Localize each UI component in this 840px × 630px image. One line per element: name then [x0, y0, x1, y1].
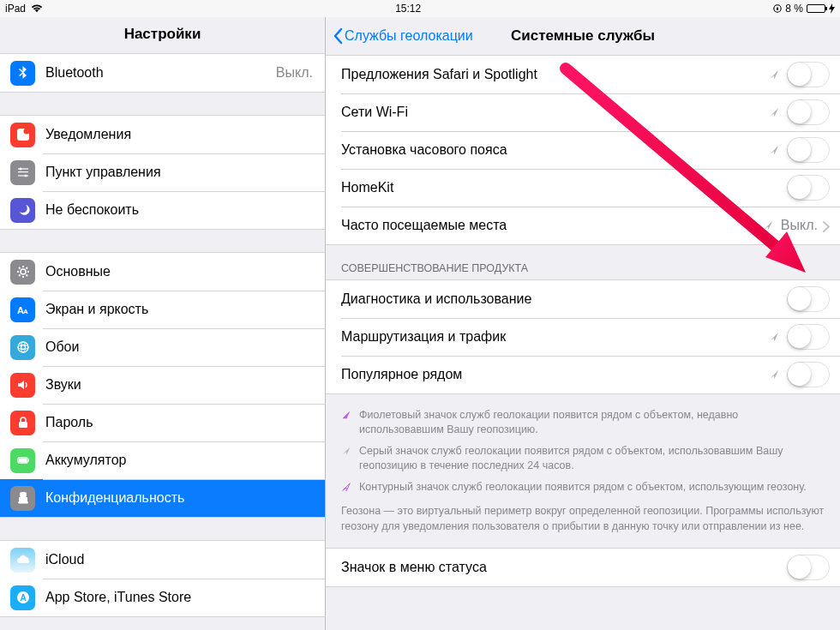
icloud-icon [10, 548, 35, 573]
sidebar-item-bluetooth[interactable]: Bluetooth Выкл. [0, 54, 325, 92]
setting-row[interactable]: Значок в меню статуса [326, 549, 840, 586]
detail-nav: Службы геолокации Системные службы [326, 17, 840, 55]
dnd-icon [10, 198, 35, 223]
setting-row[interactable]: Маршрутизация и трафик [326, 318, 840, 356]
location-indicator-icon [768, 144, 780, 156]
footer-line: Контурный значок служб геолокации появит… [341, 477, 825, 498]
sidebar-item-icloud[interactable]: iCloud [0, 541, 325, 579]
detail-pane: Службы геолокации Системные службы Предл… [326, 17, 840, 630]
setting-row[interactable]: Сети Wi-Fi [326, 93, 840, 131]
settings-sidebar: Настройки Bluetooth Выкл. Уведомления Пу… [0, 17, 326, 630]
setting-label: Маршрутизация и трафик [341, 329, 768, 345]
svg-rect-23 [19, 422, 27, 428]
setting-value: Выкл. [781, 218, 818, 233]
sidebar-item-label: Уведомления [45, 127, 325, 142]
toggle-switch[interactable] [787, 286, 830, 312]
setting-row[interactable]: Популярное рядом [326, 356, 840, 393]
sidebar-item-label: Не беспокоить [45, 202, 325, 218]
sidebar-item-notifications[interactable]: Уведомления [0, 116, 325, 153]
sidebar-item-passcode[interactable]: Пароль [0, 404, 325, 441]
svg-rect-7 [18, 175, 28, 176]
wifi-icon [31, 4, 43, 13]
sidebar-item-label: Пункт управления [45, 165, 325, 180]
back-label: Службы геолокации [345, 28, 473, 44]
sidebar-item-wallpaper[interactable]: Обои [0, 328, 325, 366]
setting-row[interactable]: HomeKit [326, 169, 840, 207]
appstore-icon: A [10, 585, 35, 610]
control-center-icon [10, 160, 35, 185]
toggle-switch[interactable] [787, 175, 830, 201]
privacy-icon [10, 486, 35, 511]
setting-label: Установка часового пояса [341, 142, 768, 158]
location-indicator-icon [768, 106, 780, 118]
general-icon [10, 260, 35, 285]
toggle-switch[interactable] [787, 62, 830, 87]
toggle-switch[interactable] [787, 362, 830, 387]
sidebar-item-battery[interactable]: Аккумулятор [0, 441, 325, 479]
footer-text: Фиолетовый значок служб геолокации появи… [359, 408, 825, 437]
sidebar-item-sounds[interactable]: Звуки [0, 366, 325, 404]
section-header: Совершенствование продукта [326, 245, 840, 279]
battery-percentage: 8 % [785, 3, 803, 15]
footer-text: Контурный значок служб геолокации появит… [359, 480, 825, 495]
svg-point-21 [18, 345, 28, 350]
sidebar-item-label: App Store, iTunes Store [45, 590, 325, 605]
svg-rect-25 [27, 459, 29, 462]
sidebar-item-label: Пароль [45, 415, 325, 430]
location-indicator-icon [768, 69, 780, 81]
sidebar-item-general[interactable]: Основные [0, 253, 325, 291]
location-indicator-icon [341, 482, 351, 492]
sidebar-item-label: iCloud [45, 552, 325, 567]
sidebar-title: Настройки [0, 17, 325, 53]
location-indicator-icon [341, 410, 351, 420]
sidebar-item-label: Звуки [45, 377, 325, 393]
svg-line-15 [26, 267, 27, 269]
sidebar-item-dnd[interactable]: Не беспокоить [0, 191, 325, 229]
sidebar-item-label: Аккумулятор [45, 453, 325, 468]
svg-line-16 [19, 275, 21, 277]
passcode-icon [10, 411, 35, 435]
setting-row[interactable]: Предложения Safari и Spotlight [326, 56, 840, 93]
sidebar-item-control-center[interactable]: Пункт управления [0, 153, 325, 191]
setting-label: Значок в меню статуса [341, 560, 787, 575]
chevron-right-icon [823, 220, 830, 231]
sidebar-item-privacy[interactable]: Конфиденциальность [0, 479, 325, 517]
battery-icon [10, 448, 35, 473]
footer-text: Геозона — это виртуальный периметр вокру… [326, 499, 840, 541]
setting-label: Предложения Safari и Spotlight [341, 67, 768, 82]
setting-row[interactable]: Установка часового пояса [326, 131, 840, 169]
sidebar-item-label: Экран и яркость [45, 302, 325, 317]
sidebar-item-value: Выкл. [276, 65, 325, 81]
setting-label: Часто посещаемые места [341, 218, 762, 233]
wallpaper-icon [10, 335, 35, 360]
svg-point-8 [21, 269, 26, 274]
toggle-switch[interactable] [787, 555, 830, 580]
sidebar-item-label: Основные [45, 264, 325, 279]
svg-line-13 [19, 267, 21, 269]
sidebar-item-label: Конфиденциальность [45, 490, 325, 506]
back-button[interactable]: Службы геолокации [333, 27, 473, 45]
chevron-left-icon [333, 27, 343, 45]
status-bar: iPad 15:12 8 % [0, 0, 840, 17]
charging-icon [829, 3, 835, 14]
sidebar-item-display[interactable]: AA Экран и яркость [0, 291, 325, 328]
svg-rect-4 [18, 171, 28, 172]
clock: 15:12 [395, 3, 421, 15]
toggle-switch[interactable] [787, 137, 830, 163]
setting-label: Диагностика и использование [341, 291, 787, 307]
setting-label: HomeKit [341, 180, 787, 195]
sidebar-item-appstore[interactable]: A App Store, iTunes Store [0, 579, 325, 616]
setting-row[interactable]: Часто посещаемые местаВыкл. [326, 207, 840, 244]
setting-label: Сети Wi-Fi [341, 105, 768, 120]
toggle-switch[interactable] [787, 99, 830, 125]
svg-text:A: A [20, 593, 26, 603]
location-indicator-icon [762, 219, 774, 231]
svg-point-22 [21, 342, 25, 352]
toggle-switch[interactable] [787, 324, 830, 350]
svg-text:A: A [23, 308, 28, 315]
location-indicator-icon [768, 331, 780, 343]
setting-row[interactable]: Диагностика и использование [326, 280, 840, 318]
notifications-icon [10, 123, 35, 147]
footer-line: Серый значок служб геолокации появится р… [341, 441, 825, 477]
svg-point-20 [21, 345, 25, 350]
